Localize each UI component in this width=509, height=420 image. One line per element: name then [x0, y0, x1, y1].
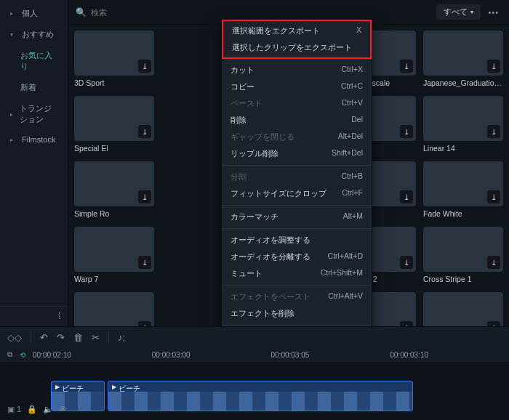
menu-item[interactable]: フィットサイズにクロップCtrl+F: [222, 185, 372, 202]
menu-item[interactable]: コピーCtrl+C: [222, 78, 372, 95]
thumbnail-image: ⤓: [423, 161, 503, 206]
thumbnail-image: ⤓: [74, 161, 154, 206]
menu-export-range[interactable]: 選択範囲をエクスポート X: [223, 23, 370, 39]
thumbnail[interactable]: ⤓Orb Twist: [74, 292, 154, 326]
menu-label: フィットサイズにクロップ: [231, 188, 326, 199]
menu-item[interactable]: カラーマッチAlt+M: [222, 209, 372, 225]
timeline-toolbar: ◇◇ ↶ ↷ 🗑 ✂ ♪;: [0, 326, 509, 347]
ruler-tick: 00:00:03:10: [390, 351, 502, 359]
menu-shortcut: Del: [351, 115, 363, 126]
menu-item[interactable]: カットCtrl+X: [222, 62, 372, 78]
download-icon[interactable]: ⤓: [487, 125, 500, 138]
track-lock-icon[interactable]: 🔒: [27, 405, 37, 414]
thumbnail[interactable]: ⤓Linear 14: [423, 96, 503, 153]
sidebar-item-label: お気に入り: [20, 50, 57, 72]
download-icon[interactable]: ⤓: [487, 60, 500, 73]
menu-shortcut: Ctrl+X: [342, 65, 363, 76]
menu-export-clip[interactable]: 選択したクリップをエクスポート: [223, 39, 370, 56]
filter-dropdown[interactable]: すべて ▾: [436, 4, 481, 20]
link-icon[interactable]: ⟲: [20, 351, 25, 359]
music-icon[interactable]: ♪;: [118, 332, 125, 343]
menu-item[interactable]: 削除Del: [222, 112, 372, 129]
menu-label: ギャップを閉じる: [231, 132, 294, 142]
download-icon[interactable]: ⤓: [400, 60, 413, 73]
thumbnail[interactable]: ⤓ぼかしロール3: [423, 292, 503, 326]
main: 🔍 すべて ▾ ••• ⤓3D Sport⤓⤓⤓Fade Grayscale⤓J…: [68, 0, 509, 326]
download-icon[interactable]: ⤓: [400, 256, 413, 269]
thumbnail[interactable]: ⤓Cross Stripe 1: [423, 227, 503, 283]
track-visible-icon[interactable]: 👁: [59, 405, 67, 414]
timeline-clip[interactable]: ▶ ビーチ: [108, 381, 413, 411]
download-icon[interactable]: ⤓: [138, 125, 151, 138]
menu-item[interactable]: オーディオを調整する: [222, 232, 372, 249]
track-mute-icon[interactable]: 🔈: [43, 405, 53, 414]
menu-label: 選択したクリップをエクスポート: [232, 42, 352, 53]
menu-shortcut: Ctrl+C: [341, 81, 363, 92]
thumbnail-label: Cross Stripe 1: [423, 275, 503, 283]
menu-shortcut: Ctrl+Alt+D: [328, 251, 363, 262]
context-menu-highlight: 選択範囲をエクスポート X 選択したクリップをエクスポート: [222, 20, 372, 59]
menu-label: カット: [231, 65, 254, 76]
thumbnail-label: Japanese_Graduation_...: [423, 78, 503, 87]
ruler-tick: 00:00:03:05: [271, 351, 383, 359]
download-icon[interactable]: ⤓: [487, 321, 500, 326]
keyframe-icon[interactable]: ◇◇: [7, 332, 22, 343]
thumbnail[interactable]: ⤓Simple Ro: [74, 161, 154, 218]
track-video-icon[interactable]: ▣ 1: [7, 405, 21, 414]
sidebar-item-personal[interactable]: ▸ 個人: [0, 3, 68, 24]
download-icon[interactable]: ⤓: [138, 190, 151, 203]
sidebar-item-label: 新着: [20, 82, 36, 93]
thumbnail-label: Special El: [74, 144, 154, 153]
menu-item[interactable]: ミュートCtrl+Shift+M: [222, 265, 372, 282]
sidebar-item-label: おすすめ: [22, 29, 54, 40]
thumbnail[interactable]: ⤓Warp 7: [74, 227, 154, 283]
sidebar-collapse[interactable]: {: [0, 306, 68, 323]
chevron-right-icon: ▸: [10, 10, 17, 17]
download-icon[interactable]: ⤓: [400, 125, 413, 138]
download-icon[interactable]: ⤓: [487, 256, 500, 269]
thumbnail-label: Fade White: [423, 209, 503, 218]
menu-label: 削除: [231, 115, 247, 126]
menu-item[interactable]: オーディオを分離するCtrl+Alt+D: [222, 249, 372, 265]
redo-icon[interactable]: ↷: [57, 332, 65, 343]
thumbnail[interactable]: ⤓3D Sport: [74, 31, 154, 87]
search-input[interactable]: [91, 8, 432, 17]
download-icon[interactable]: ⤓: [400, 321, 413, 326]
cut-icon[interactable]: ✂: [92, 332, 100, 343]
trash-icon[interactable]: 🗑: [73, 332, 83, 343]
thumbnail[interactable]: ⤓Japanese_Graduation_...: [423, 31, 503, 87]
more-icon[interactable]: •••: [485, 8, 502, 17]
thumbnail[interactable]: ⤓Fade White: [423, 161, 503, 218]
undo-icon[interactable]: ↶: [40, 332, 48, 343]
download-icon[interactable]: ⤓: [487, 190, 500, 203]
context-menu: 選択範囲をエクスポート X 選択したクリップをエクスポート カットCtrl+Xコ…: [221, 19, 372, 326]
thumbnail-image: ⤓: [423, 227, 503, 272]
sidebar: ▸ 個人 ▾ おすすめ お気に入り 新着 ▸ トランジション ▸ Filmsto…: [0, 0, 68, 326]
thumbnail-image: ⤓: [74, 227, 154, 272]
download-icon[interactable]: ⤓: [138, 256, 151, 269]
sidebar-item-new[interactable]: 新着: [0, 77, 68, 98]
timeline[interactable]: ▶ ビーチ ▶ ビーチ ▣ 1 🔒 🔈 👁: [0, 362, 509, 420]
menu-item[interactable]: リップル削除Shift+Del: [222, 145, 372, 162]
download-icon[interactable]: ⤓: [138, 60, 151, 73]
sidebar-item-transition[interactable]: ▸ トランジション: [0, 98, 68, 130]
thumbnail-image: ⤓: [74, 96, 154, 141]
menu-item: ギャップを閉じるAlt+Del: [222, 129, 372, 145]
menu-item: 分割Ctrl+B: [222, 169, 372, 185]
thumbnail[interactable]: ⤓Special El: [74, 96, 154, 153]
download-icon[interactable]: ⤓: [400, 190, 413, 203]
download-icon[interactable]: ⤓: [138, 321, 151, 326]
play-icon: ▶: [55, 384, 60, 390]
sidebar-item-favorites[interactable]: お気に入り: [0, 45, 68, 77]
menu-label: 分割: [231, 171, 247, 182]
sidebar-item-label: 個人: [22, 8, 38, 19]
sidebar-item-filmstock[interactable]: ▸ Filmstock: [0, 130, 68, 149]
layer-icon[interactable]: ⧉: [7, 350, 12, 359]
menu-label: ペースト: [231, 98, 262, 109]
thumbnail-image: ⤓: [74, 292, 154, 326]
chevron-right-icon: ▸: [10, 137, 17, 143]
sidebar-item-recommended[interactable]: ▾ おすすめ: [0, 24, 68, 45]
menu-item: エフェクトをペーストCtrl+Alt+V: [222, 288, 372, 305]
thumbnail-image: ⤓: [423, 96, 503, 141]
menu-item[interactable]: エフェクトを削除: [222, 305, 372, 322]
